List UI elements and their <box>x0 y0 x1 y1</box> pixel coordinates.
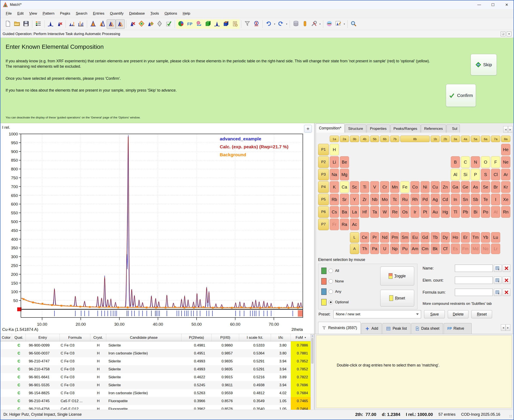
period-button-P6[interactable]: P6 <box>318 206 329 218</box>
element-Si[interactable]: Si <box>461 169 470 180</box>
elem--count-clear-button[interactable] <box>503 277 510 284</box>
column-header-qual-[interactable]: Qual. <box>12 334 26 341</box>
tab-references[interactable]: References <box>421 124 446 133</box>
tools-button[interactable] <box>309 19 319 29</box>
element-Cd[interactable]: Cd <box>441 194 450 205</box>
bottom-tab-scroll-right-icon[interactable]: ▶ <box>506 324 510 331</box>
element-Sn[interactable]: Sn <box>461 194 470 205</box>
group-header-1a[interactable]: 1a <box>330 136 339 142</box>
group-header-5b[interactable]: 5b <box>370 136 379 142</box>
maximize-button[interactable]: ☐ <box>486 0 500 9</box>
selection-option-any[interactable]: Any <box>321 287 349 296</box>
element-Ni[interactable]: Ni <box>421 181 430 193</box>
bottom-tab-scroll-left-icon[interactable]: ◀ <box>501 324 506 331</box>
element-Pt[interactable]: Pt <box>421 206 430 218</box>
group-header-2a[interactable]: 2a <box>340 136 349 142</box>
single-peak-button[interactable] <box>89 19 98 29</box>
period-button-P2[interactable]: P2 <box>318 156 329 168</box>
peak-diamond-button[interactable] <box>146 19 155 29</box>
column-header-cryst-[interactable]: Cryst. <box>90 334 106 341</box>
matching-drop-area[interactable]: Double-click or drag entries here to sel… <box>315 334 514 410</box>
any-radio[interactable] <box>329 290 333 294</box>
fp-button[interactable]: FP <box>185 19 194 29</box>
element-Np[interactable]: Np <box>390 244 399 254</box>
element-Gd[interactable]: Gd <box>421 232 430 243</box>
group-header-3b[interactable]: 3b <box>350 136 359 142</box>
open-file-button[interactable] <box>13 19 22 29</box>
element-La[interactable]: La <box>350 206 359 218</box>
menu-item-pattern[interactable]: Pattern <box>40 10 57 17</box>
peak-edit-button[interactable] <box>55 19 64 29</box>
tab-composition-[interactable]: Composition* <box>316 124 345 133</box>
element-Sc[interactable]: Sc <box>350 181 359 193</box>
element-Pd[interactable]: Pd <box>421 194 430 205</box>
peak-search-button[interactable] <box>46 19 55 29</box>
delete-peaks-button[interactable] <box>128 19 137 29</box>
table-row[interactable]: C96-210-4758C Fe O3HSiderite0.49930.9835… <box>0 365 311 373</box>
element-Mg[interactable]: Mg <box>340 169 349 180</box>
group-header-7a[interactable]: 7a <box>491 136 500 142</box>
group-header-5a[interactable]: 5a <box>471 136 480 142</box>
column-header-entry[interactable]: Entry <box>26 334 60 341</box>
formula-sum-input[interactable] <box>455 289 493 296</box>
element-Ra[interactable]: Ra <box>340 219 349 230</box>
element-Tm[interactable]: Tm <box>471 232 480 243</box>
entry-list-button[interactable] <box>34 19 43 29</box>
element-Ce[interactable]: Ce <box>360 232 369 243</box>
element-Li[interactable]: Li <box>330 156 339 168</box>
name-list-select-button[interactable] <box>494 265 501 272</box>
element-Bi[interactable]: Bi <box>471 206 480 218</box>
menu-item-help[interactable]: Help <box>180 10 193 17</box>
period-button-P1[interactable]: P1 <box>318 144 329 155</box>
element-Au[interactable]: Au <box>430 206 440 218</box>
element-Hf[interactable]: Hf <box>360 206 369 218</box>
overlay-peaks-button[interactable] <box>98 19 107 29</box>
close-panel-icon[interactable]: ✕ <box>507 32 511 36</box>
element-Na[interactable]: Na <box>330 169 339 180</box>
scroll-up-icon[interactable]: ▲ <box>311 334 314 338</box>
element-V[interactable]: V <box>370 181 379 193</box>
menu-item-quantify[interactable]: Quantify <box>107 10 126 17</box>
element-Ru[interactable]: Ru <box>400 194 409 205</box>
chart-zoom-button[interactable]: + <box>304 125 312 133</box>
preset-combobox[interactable]: None / new set <box>333 310 421 318</box>
tab-structure[interactable]: Structure <box>345 124 366 133</box>
elem--count-list-select-button[interactable] <box>494 277 501 284</box>
tab-peaks-ranges[interactable]: Peaks/Ranges <box>390 124 421 133</box>
menu-item-file[interactable]: File <box>3 10 15 17</box>
element-Fm[interactable]: Fm <box>461 244 470 254</box>
element-Ba[interactable]: Ba <box>340 206 349 218</box>
element-P[interactable]: P <box>471 169 480 180</box>
table-scrollbar[interactable]: ▲ <box>311 334 314 410</box>
menu-item-database[interactable]: Database <box>126 10 148 17</box>
period-button-L[interactable]: L <box>350 232 359 243</box>
column-header-i-ic[interactable]: I/Ic <box>271 334 291 341</box>
element-I[interactable]: I <box>491 194 500 205</box>
element-No[interactable]: No <box>481 244 490 254</box>
menu-item-peaks[interactable]: Peaks <box>57 10 73 17</box>
diffraction-pattern-chart[interactable]: 5010015020025030035040045050055060065070… <box>0 123 314 333</box>
profile-peaks-button[interactable] <box>67 19 76 29</box>
scrollbar-thumb[interactable] <box>311 338 314 364</box>
tab-scroll-right-icon[interactable]: ▶ <box>508 126 513 133</box>
element-Os[interactable]: Os <box>400 206 409 218</box>
column-header-color[interactable]: Color <box>0 334 12 341</box>
element-Ti[interactable]: Ti <box>360 181 369 193</box>
group-header-8b[interactable]: 8b <box>400 136 430 142</box>
bottom-tab-rietve[interactable]: FPRietve <box>444 323 472 334</box>
element-Am[interactable]: Am <box>410 244 420 254</box>
element-Ge[interactable]: Ge <box>461 181 470 193</box>
element-Eu[interactable]: Eu <box>410 232 420 243</box>
redo-button[interactable] <box>276 19 285 29</box>
menu-item-options[interactable]: Options <box>162 10 180 17</box>
element-S[interactable]: S <box>481 169 490 180</box>
menu-item-tools[interactable]: Tools <box>147 10 162 17</box>
element-He[interactable]: He <box>501 144 510 155</box>
table-row[interactable]: C96-901-5535C Fe O3HSiderite0.52450.9611… <box>0 381 311 389</box>
save-button[interactable] <box>22 19 31 29</box>
float-panel-icon[interactable]: ❏ <box>501 32 505 36</box>
bottom-tab-data-sheet[interactable]: Data sheet <box>411 323 443 334</box>
element-Tc[interactable]: Tc <box>390 194 399 205</box>
element-Br[interactable]: Br <box>491 181 500 193</box>
element-Nb[interactable]: Nb <box>370 194 379 205</box>
